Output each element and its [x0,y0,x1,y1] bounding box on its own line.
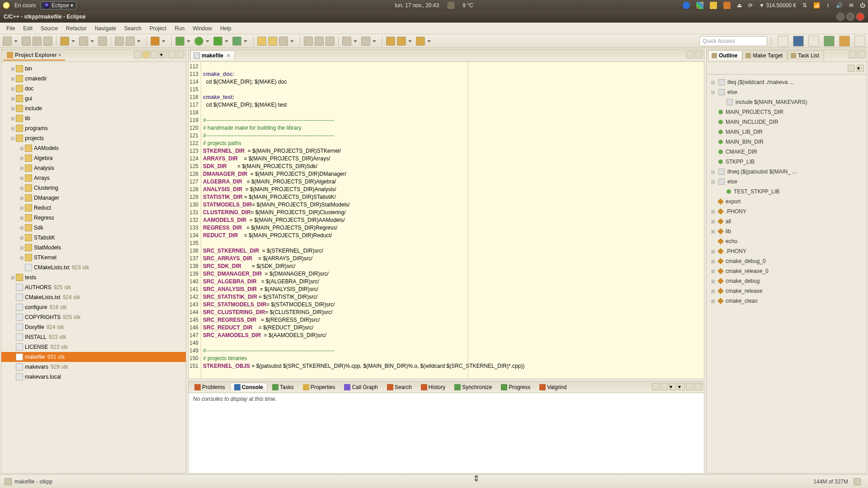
menu-window[interactable]: Window [189,24,216,33]
outline-item[interactable]: ⊞cmake_release_0 [707,266,867,276]
outline-expander-icon[interactable]: ⊞ [710,209,716,214]
tree-item-stkernel[interactable]: ⊞STKernel [1,253,186,263]
tree-item-regress[interactable]: ⊞Regress [1,213,186,223]
tree-item-tests[interactable]: ⊞tests [1,272,186,282]
tree-item-doc[interactable]: ⊞doc [1,84,186,94]
tree-expander-icon[interactable]: ⊞ [19,235,25,240]
close-icon[interactable]: × [58,52,61,58]
tree-item-authors[interactable]: AUTHORS925 stk [1,282,186,292]
collapse-all-button[interactable] [134,51,141,58]
tree-item-include[interactable]: ⊞include [1,103,186,113]
tree-expander-icon[interactable]: ⊞ [9,106,16,111]
project-explorer-tab[interactable]: Project Explorer × [3,51,65,61]
maximize-view-button[interactable] [177,51,184,58]
hammer-dropdown[interactable] [90,39,94,43]
outline-item[interactable]: ⊞cmake_debug_0 [707,256,867,266]
smiley-icon[interactable] [3,2,10,9]
sysbar-status[interactable]: En cours [14,2,36,9]
perspective-other[interactable] [854,36,865,47]
menu-file[interactable]: File [3,24,19,33]
bottom-tab-tasks[interactable]: Tasks [268,383,298,392]
outline-item[interactable]: echo [707,236,867,246]
bottom-tab-properties[interactable]: Properties [299,383,340,392]
outline-expander-icon[interactable]: ⊟ [710,169,716,174]
tray-wifi-icon[interactable]: 📶 [813,2,820,9]
outline-item[interactable]: MAIN_LIB_DIR [707,127,867,137]
new-dropdown[interactable] [14,39,18,43]
tree-item-lib[interactable]: ⊞lib [1,113,186,123]
outline-item[interactable]: ⊞.PHONY [707,246,867,256]
menu-navigate[interactable]: Navigate [91,24,119,33]
maximize-bottom-button[interactable] [695,383,702,390]
tree-item-copyrights[interactable]: COPYRIGHTS925 stk [1,312,186,322]
step2-button[interactable] [315,37,324,46]
outline-item[interactable]: ⊞all [707,216,867,226]
tree-item-install[interactable]: INSTALL923 stk [1,332,186,342]
tree-expander-icon[interactable]: ⊞ [19,156,25,161]
editor-tab-makefile[interactable]: makefile × [190,51,235,60]
menu-project[interactable]: Project [146,24,170,33]
focus-task-button[interactable] [151,51,158,58]
tree-item-aamodels[interactable]: ⊞AAModels [1,143,186,153]
step3-button[interactable] [326,37,335,46]
tree-expander-icon[interactable]: ⊞ [19,176,25,181]
tree-item-makefile[interactable]: makefile931 stk [1,352,186,362]
next-annotation-dropdown[interactable] [372,39,377,43]
outline-expander-icon[interactable]: ⊟ [710,179,716,184]
profile-button[interactable] [213,37,222,46]
open-perspective-button[interactable] [778,36,788,47]
minimize-bottom-button[interactable] [686,383,693,390]
tree-expander-icon[interactable]: ⊞ [19,186,25,191]
last-edit-button[interactable] [386,37,395,46]
quick-access-input[interactable]: Quick Access [699,36,767,46]
outline-item[interactable]: STKPP_LIB [707,157,867,167]
open-project-button[interactable] [257,37,266,46]
outline-expander-icon[interactable]: ⊟ [710,80,716,85]
tree-expander-icon[interactable]: ⊞ [9,66,16,71]
window-minimize-button[interactable] [836,13,844,21]
nav-back-button[interactable] [397,37,406,46]
target-button[interactable] [98,37,107,46]
tree-item-cmakelists-txt[interactable]: CMakeLists.txt923 stk [1,263,186,272]
open-console-button[interactable]: ▾ [669,383,676,390]
bottom-tab-synchronize[interactable]: Synchronize [450,383,496,392]
bottom-tab-call-graph[interactable]: Call Graph [340,383,382,392]
menu-edit[interactable]: Edit [19,24,36,33]
tree-item-clustering[interactable]: ⊞Clustering [1,183,186,193]
tree-item-cmakedir[interactable]: ⊞cmakedir [1,74,186,84]
outline-item[interactable]: ⊞cmake_debug [707,276,867,286]
outline-item[interactable]: ⊞.PHONY [707,206,867,216]
menu-help[interactable]: Help [217,24,235,33]
tree-item-cmakelists-txt[interactable]: CMakeLists.txt924 stk [1,292,186,302]
outline-expander-icon[interactable]: ⊞ [710,249,716,254]
tray-messages-icon[interactable]: ✉ [849,2,854,9]
sysbar-weather[interactable]: 9 °C [462,2,473,9]
outline-item[interactable]: ⊞cmake_release [707,286,867,296]
tray-windows-icon[interactable] [696,2,703,9]
outline-tree[interactable]: ⊟ifeq ($(wildcard ./makeva ...⊟elseinclu… [707,75,867,309]
search-button[interactable] [279,37,288,46]
tray-app2-icon[interactable] [723,2,731,9]
coverage-dropdown[interactable] [243,39,248,43]
outline-expander-icon[interactable]: ⊞ [710,299,716,304]
tree-item-configure[interactable]: configure816 stk [1,302,186,312]
tree-item-doxyfile[interactable]: Doxyfile924 stk [1,322,186,332]
tree-item-arrays[interactable]: ⊞Arrays [1,173,186,183]
tree-expander-icon[interactable]: ⊞ [19,206,25,211]
outline-expander-icon[interactable]: ⊞ [710,289,716,294]
search-dropdown[interactable] [290,39,294,43]
outline-expander-icon[interactable]: ⊞ [710,219,716,224]
perspective-debug[interactable] [808,36,819,47]
tree-item-gui[interactable]: ⊞gui [1,94,186,103]
bottom-tab-search[interactable]: Search [383,383,416,392]
outline-menu-button[interactable]: ▾ [857,65,864,72]
run-dropdown[interactable] [205,39,210,43]
outline-tab-task-list[interactable]: Task List [788,51,824,60]
text-editor[interactable]: 1121131141151161171181191201211221231241… [189,62,704,379]
tree-item-statistik[interactable]: ⊞STatistiK [1,233,186,243]
tree-item-projects[interactable]: ⊟projects [1,133,186,143]
tree-item-bin[interactable]: ⊞bin [1,64,186,74]
tree-item-dmanager[interactable]: ⊞DManager [1,193,186,203]
maximize-editor-button[interactable] [695,51,702,58]
tray-refresh-icon[interactable]: ⟳ [748,2,753,9]
